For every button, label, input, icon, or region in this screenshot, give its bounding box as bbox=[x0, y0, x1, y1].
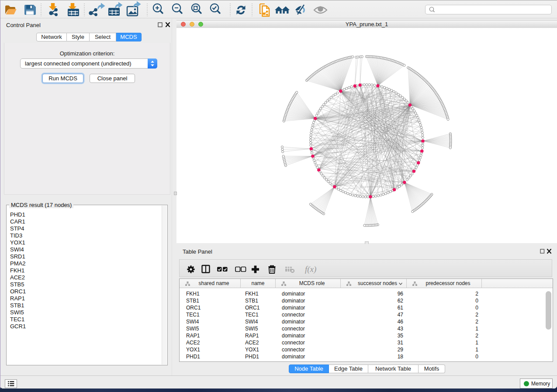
svg-text:f(x): f(x) bbox=[305, 265, 316, 274]
